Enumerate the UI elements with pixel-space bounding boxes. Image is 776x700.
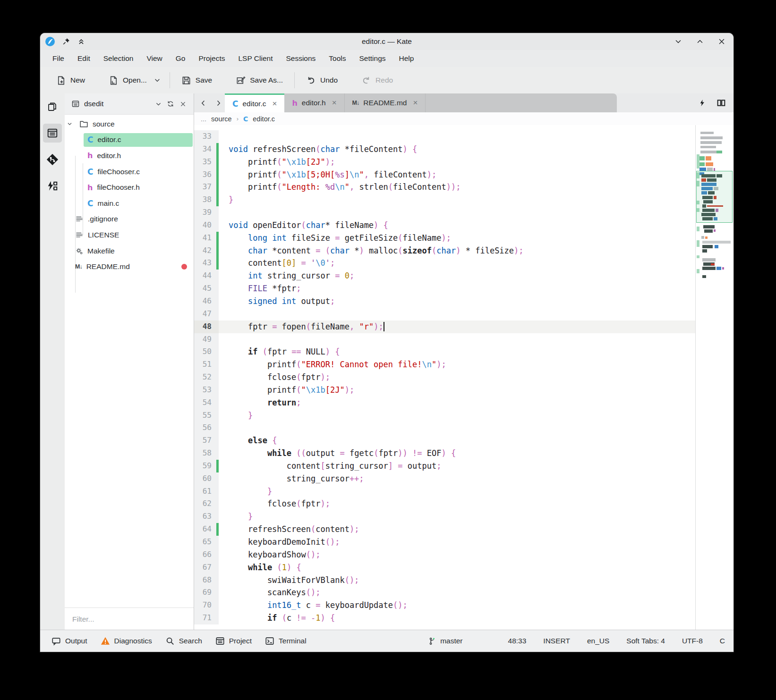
code-line-60[interactable]: 60 string_cursor++; xyxy=(194,472,696,485)
code-line-58[interactable]: 58 while ((output = fgetc(fptr)) != EOF)… xyxy=(194,447,696,460)
menu-selection[interactable]: Selection xyxy=(97,51,140,66)
code-text[interactable]: int string_cursor = 0; xyxy=(219,270,696,282)
code-line-48[interactable]: 48 fptr = fopen(fileName, "r"); xyxy=(194,320,696,333)
tree-item-filechooser-c[interactable]: CfileChooser.c xyxy=(65,164,194,180)
line-number[interactable]: 68 xyxy=(194,574,216,587)
line-number[interactable]: 38 xyxy=(194,194,216,206)
statusbar-terminal-button[interactable]: Terminal xyxy=(260,633,311,649)
code-text[interactable]: content[0] = '\0'; xyxy=(219,257,696,270)
dock-documents-button[interactable] xyxy=(43,97,62,116)
line-number[interactable]: 67 xyxy=(194,561,216,574)
line-number[interactable]: 36 xyxy=(194,169,216,181)
code-text[interactable]: void openEditor(char* fileName) { xyxy=(219,219,696,232)
code-line-59[interactable]: 59 content[string_cursor] = output; xyxy=(194,460,696,472)
code-text[interactable] xyxy=(219,206,696,219)
line-number[interactable]: 64 xyxy=(194,523,216,536)
menu-projects[interactable]: Projects xyxy=(192,51,231,66)
code-line-65[interactable]: 65 keyboardDemoInit(); xyxy=(194,536,696,548)
code-line-68[interactable]: 68 swiWaitForVBlank(); xyxy=(194,574,696,587)
code-text[interactable]: else { xyxy=(219,434,696,447)
line-number[interactable]: 33 xyxy=(194,130,216,143)
line-number[interactable]: 65 xyxy=(194,536,216,548)
line-number[interactable]: 60 xyxy=(194,472,216,485)
code-line-46[interactable]: 46 signed int output; xyxy=(194,295,696,308)
project-selector-chevron-icon[interactable] xyxy=(152,98,164,110)
dock-git-button[interactable] xyxy=(43,150,62,169)
code-line-57[interactable]: 57 else { xyxy=(194,434,696,447)
code-line-37[interactable]: 37 printf("Length: %d\n", strlen(fileCon… xyxy=(194,181,696,194)
statusbar-search-button[interactable]: Search xyxy=(161,633,207,649)
tab-width[interactable]: Soft Tabs: 4 xyxy=(626,637,665,645)
code-text[interactable]: keyboardDemoInit(); xyxy=(219,536,696,548)
tree-item-editor-h[interactable]: heditor.h xyxy=(65,148,194,164)
code-line-69[interactable]: 69 scanKeys(); xyxy=(194,586,696,599)
tree-item-source[interactable]: source xyxy=(65,116,194,132)
line-number[interactable]: 46 xyxy=(194,295,216,308)
code-line-71[interactable]: 71 if (c != -1) { xyxy=(194,612,696,624)
tab-back-icon[interactable] xyxy=(195,93,211,112)
line-number[interactable]: 54 xyxy=(194,396,216,409)
code-line-39[interactable]: 39 xyxy=(194,206,696,219)
git-branch-indicator[interactable]: master xyxy=(428,637,462,646)
code-text[interactable]: swiWaitForVBlank(); xyxy=(219,574,696,587)
statusbar-output-button[interactable]: Output xyxy=(47,633,92,649)
code-line-44[interactable]: 44 int string_cursor = 0; xyxy=(194,270,696,282)
line-number[interactable]: 62 xyxy=(194,498,216,510)
split-view-icon[interactable] xyxy=(716,99,726,107)
line-number[interactable]: 43 xyxy=(194,257,216,270)
tab-editor-h[interactable]: heditor.h× xyxy=(284,93,344,112)
code-text[interactable]: if (fptr == NULL) { xyxy=(219,346,696,358)
tree-item-license[interactable]: LICENSE xyxy=(65,227,194,243)
expand-chevron-icon[interactable] xyxy=(67,121,73,127)
line-number[interactable]: 69 xyxy=(194,586,216,599)
undo-button[interactable]: Undo xyxy=(300,72,343,89)
new-button[interactable]: New xyxy=(51,72,91,89)
line-number[interactable]: 37 xyxy=(194,181,216,194)
minimize-button[interactable] xyxy=(673,36,683,47)
breadcrumb-ellipsis[interactable]: ... xyxy=(201,115,206,123)
code-line-43[interactable]: 43 content[0] = '\0'; xyxy=(194,257,696,270)
line-number[interactable]: 50 xyxy=(194,346,216,358)
code-line-64[interactable]: 64 refreshScreen(content); xyxy=(194,523,696,536)
titlebar[interactable]: editor.c — Kate xyxy=(40,33,733,50)
line-number[interactable]: 44 xyxy=(194,270,216,282)
statusbar-diagnostics-button[interactable]: Diagnostics xyxy=(96,633,157,649)
code-text[interactable]: } xyxy=(219,409,696,422)
code-text[interactable] xyxy=(219,308,696,320)
line-number[interactable]: 41 xyxy=(194,232,216,245)
code-line-67[interactable]: 67 while (1) { xyxy=(194,561,696,574)
menu-lsp-client[interactable]: LSP Client xyxy=(231,51,279,66)
code-line-36[interactable]: 36 printf("\x1b[5;0H[%s]\n", fileContent… xyxy=(194,169,696,181)
cursor-position[interactable]: 48:33 xyxy=(508,637,527,645)
code-text[interactable]: printf("\x1b[5;0H[%s]\n", fileContent); xyxy=(219,169,696,181)
code-text[interactable]: printf("\x1b[2J"); xyxy=(219,384,696,396)
tree-item-filechooser-h[interactable]: hfileChooser.h xyxy=(65,179,194,195)
code-line-66[interactable]: 66 keyboardShow(); xyxy=(194,548,696,561)
menu-help[interactable]: Help xyxy=(392,51,421,66)
minimap[interactable] xyxy=(695,125,733,630)
menu-view[interactable]: View xyxy=(140,51,169,66)
code-text[interactable]: long int fileSize = getFileSize(fileName… xyxy=(219,232,696,245)
dictionary-locale[interactable]: en_US xyxy=(587,637,609,645)
save-as-button[interactable]: Save As... xyxy=(230,72,289,89)
line-number[interactable]: 61 xyxy=(194,485,216,498)
menu-go[interactable]: Go xyxy=(169,51,192,66)
code-text[interactable]: string_cursor++; xyxy=(219,472,696,485)
code-text[interactable]: signed int output; xyxy=(219,295,696,308)
statusbar-project-button[interactable]: Project xyxy=(211,633,256,649)
line-number[interactable]: 56 xyxy=(194,422,216,434)
syntax-mode[interactable]: C xyxy=(720,637,725,645)
close-panel-icon[interactable] xyxy=(177,98,189,110)
project-filter-input[interactable] xyxy=(65,608,194,630)
line-number[interactable]: 49 xyxy=(194,333,216,346)
code-text[interactable]: fptr = fopen(fileName, "r"); xyxy=(219,320,696,333)
code-text[interactable]: printf("Length: %d\n", strlen(fileConten… xyxy=(219,181,696,194)
breadcrumb-file[interactable]: editor.c xyxy=(253,115,275,123)
menu-file[interactable]: File xyxy=(46,51,71,66)
line-number[interactable]: 71 xyxy=(194,612,216,624)
code-line-34[interactable]: 34void refreshScreen(char *fileContent) … xyxy=(194,143,696,156)
line-number[interactable]: 35 xyxy=(194,156,216,169)
tab-close-icon[interactable]: × xyxy=(272,99,277,109)
dock-symbols-button[interactable] xyxy=(43,177,62,195)
menu-settings[interactable]: Settings xyxy=(353,51,392,66)
